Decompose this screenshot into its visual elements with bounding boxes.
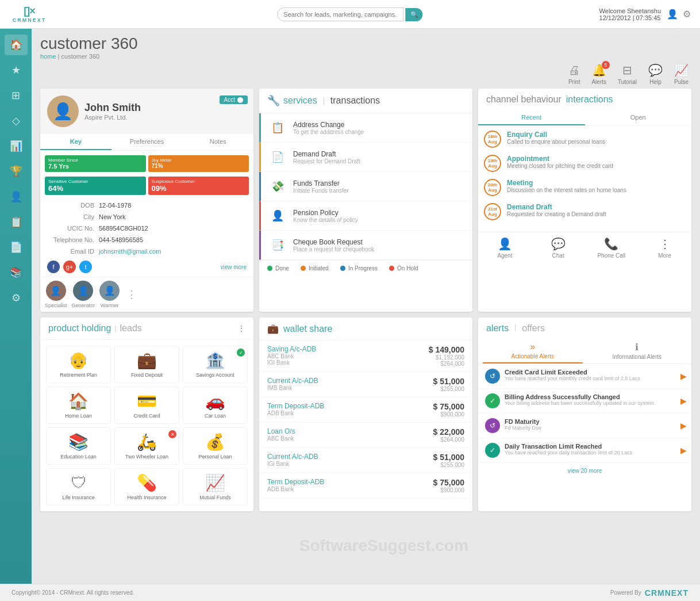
alert-4[interactable]: ✓ Daily Transaction Limit Reached You ha… <box>478 438 691 463</box>
search-bar[interactable]: 🔍 <box>277 7 422 21</box>
product-education-loan[interactable]: 📚 Education Loan <box>46 427 111 465</box>
user-account-icon[interactable]: 👤 <box>667 9 678 20</box>
timeline: 18thAug Enquiry Call Called to enquire a… <box>478 126 691 232</box>
service-cheque-book[interactable]: 📑 Cheque Book Request Place a request fo… <box>259 231 472 260</box>
field-ucic: UCIC No. 568954C8GH012 <box>40 223 253 234</box>
product-fixed-deposit[interactable]: 💼 Fixed Deposit <box>114 346 179 383</box>
product-car-loan[interactable]: 🚗 Car Loan <box>183 386 248 424</box>
pulse-icon: 📈 <box>674 63 689 77</box>
alert-arrow-2: ▶ <box>680 396 687 405</box>
action-more[interactable]: ⋮ More <box>638 237 691 259</box>
channel-behaviour-title: channel behaviour <box>486 94 561 105</box>
product-holding-card: product holding | leads ⋮ 👴 Retirement P… <box>40 317 253 511</box>
wallet-icon: 💼 <box>267 323 279 334</box>
product-home-loan[interactable]: 🏠 Home Loan <box>46 386 111 424</box>
specialist-2[interactable]: 👤 Generator <box>72 281 95 308</box>
timeline-date-2: 19thAug <box>484 155 501 172</box>
breadcrumb-home[interactable]: home <box>40 53 56 60</box>
toolbar-alerts[interactable]: 🔔5 Alerts <box>591 63 606 85</box>
interactions-title: interactions <box>566 94 613 105</box>
agent-icon: 👤 <box>498 237 512 251</box>
view-more-alerts[interactable]: view 20 more <box>478 463 691 478</box>
googleplus-icon[interactable]: g+ <box>63 261 76 273</box>
metric-member-since: Member Since 7.5 Yrs <box>45 155 146 172</box>
sidebar-item-grid[interactable]: ⊞ <box>5 85 28 106</box>
action-agent[interactable]: 👤 Agent <box>478 237 532 259</box>
product-mutual-funds[interactable]: 📈 Mutual Funds <box>183 468 248 506</box>
sidebar-item-copy[interactable]: 📋 <box>5 212 28 232</box>
twitter-icon[interactable]: t <box>79 261 92 273</box>
sidebar-item-star[interactable]: ★ <box>5 60 28 81</box>
tab-recent[interactable]: Recent <box>478 110 585 125</box>
sidebar-item-chart[interactable]: 📊 <box>5 136 28 156</box>
tab-notes[interactable]: Notes <box>182 134 253 150</box>
service-funds-transfer[interactable]: 💸 Funds Transfer Initiate Funds transfer <box>259 172 472 201</box>
wallet-item-1[interactable]: Saving A/c-ADB ABC BankIGI Bank $ 149,00… <box>259 340 472 372</box>
service-status-bar: Done Initiated In Progress On Hold <box>259 260 472 276</box>
wallet-item-4[interactable]: Loan O/s ABC Bank $ 22,000 $264,000 <box>259 423 472 448</box>
sidebar-item-tag[interactable]: ◇ <box>5 110 28 131</box>
product-life-insurance[interactable]: 🛡 Life Insurance <box>46 468 111 506</box>
alert-arrow-4: ▶ <box>680 446 687 455</box>
view-more-link[interactable]: view more <box>220 264 247 270</box>
metric-bars2: Sensitive Customer 64% Suspicious Custom… <box>40 177 253 200</box>
top-right: Welcome Sheetanshu 12/12/2012 | 07:35:45… <box>599 7 691 21</box>
sidebar-item-book[interactable]: 📚 <box>5 262 28 283</box>
alert-arrow-3: ▶ <box>680 421 687 430</box>
alert-3[interactable]: ↺ FD Maturity Fd Maturity Due ▶ <box>478 414 691 438</box>
sidebar-item-home[interactable]: 🏠 <box>5 35 28 55</box>
timeline-item-2: 19thAug Appointment Meeting closed for p… <box>484 155 686 172</box>
product-retirement-plan[interactable]: 👴 Retirement Plan <box>46 346 111 383</box>
sidebar-item-file[interactable]: 📄 <box>5 237 28 258</box>
wallet-item-5[interactable]: Current A/c-ADB IGi Bank $ 51,000 $255,0… <box>259 448 472 473</box>
settings-icon[interactable]: ⚙ <box>683 9 691 20</box>
product-health-insurance[interactable]: 💊 Health Insurance <box>114 468 179 506</box>
toolbar-print[interactable]: 🖨 Print <box>568 64 580 85</box>
alert-2[interactable]: ✓ Billing Address Successfully Changed Y… <box>478 389 691 414</box>
specialist-1[interactable]: 👤 Specialist <box>45 281 67 308</box>
leads-title: leads <box>120 323 142 334</box>
toolbar-tutorial[interactable]: ⊟ Tutorial <box>618 63 637 85</box>
specialist-3[interactable]: 👤 Warmer <box>99 281 120 308</box>
profile-info: John Smith Aspire Pvt. Ltd. <box>84 102 141 121</box>
search-input[interactable] <box>277 7 403 21</box>
service-pension-policy[interactable]: 👤 Pension Policy Know the details of pol… <box>259 201 472 231</box>
alerts-card: alerts | offers » Actionable Alerts ℹ In… <box>478 317 691 511</box>
product-personal-loan[interactable]: 💰 Personal Loan <box>183 427 248 465</box>
timeline-item-4: 21stAug Demand Draft Requested for creat… <box>484 203 686 220</box>
search-button[interactable]: 🔍 <box>406 8 423 21</box>
service-demand-draft[interactable]: 📄 Demand Draft Request for Demand Draft <box>259 143 472 172</box>
sidebar-item-user[interactable]: 👤 <box>5 186 28 207</box>
tab-open[interactable]: Open <box>585 110 692 125</box>
product-more-icon[interactable]: ⋮ <box>237 324 245 333</box>
product-savings-account[interactable]: ✓ 🏦 Savings Account <box>183 346 248 383</box>
sidebar-item-settings[interactable]: ⚙ <box>5 288 28 308</box>
health-insurance-icon: 💊 <box>137 473 157 492</box>
wallet-item-6[interactable]: Term Deposit-ADB ADB Bank $ 75,000 $900,… <box>259 473 472 499</box>
product-credit-card[interactable]: 💳 Credit Card <box>114 386 179 424</box>
tab-actionable-alerts[interactable]: » Actionable Alerts <box>483 339 583 363</box>
service-address-change[interactable]: 📋 Address Change To get the adddress cha… <box>259 113 472 143</box>
toolbar-help[interactable]: 💬 Help <box>648 63 663 85</box>
offers-title[interactable]: offers <box>522 323 545 334</box>
profile-header: 👤 John Smith Aspire Pvt. Ltd. Acct <box>40 89 253 134</box>
facebook-icon[interactable]: f <box>47 261 60 273</box>
acct-badge[interactable]: Acct <box>220 95 248 104</box>
copyright-text: Copyright© 2014 - CRMnext. All rights re… <box>11 589 134 596</box>
alerts-title[interactable]: alerts <box>486 323 509 334</box>
alerts-tabs: » Actionable Alerts ℹ Informational Aler… <box>478 339 691 364</box>
tab-informational-alerts[interactable]: ℹ Informational Alerts <box>587 339 687 363</box>
sidebar-item-trophy[interactable]: 🏆 <box>5 161 28 182</box>
avatar: 👤 <box>47 95 79 127</box>
view-more-specialists[interactable]: ⋮ <box>124 281 139 308</box>
tab-key[interactable]: Key <box>40 134 111 150</box>
tab-preferences[interactable]: Preferences <box>111 134 183 150</box>
specialist-avatar-1: 👤 <box>46 281 66 301</box>
wallet-item-2[interactable]: Current A/c-ADB IMB Bank $ 51,000 $255,0… <box>259 372 472 397</box>
product-two-wheeler-loan[interactable]: ✕ 🛵 Two Wheeler Loan <box>114 427 179 465</box>
action-chat[interactable]: 💬 Chat <box>532 237 585 259</box>
toolbar-pulse[interactable]: 📈 Pulse <box>674 63 689 85</box>
wallet-item-3[interactable]: Term Deposit-ADB ADB Bank $ 75,000 $900,… <box>259 397 472 423</box>
action-phone[interactable]: 📞 Phone Call <box>585 237 639 259</box>
alert-1[interactable]: ↺ Credit Card Limit Exceeded You have re… <box>478 364 691 389</box>
